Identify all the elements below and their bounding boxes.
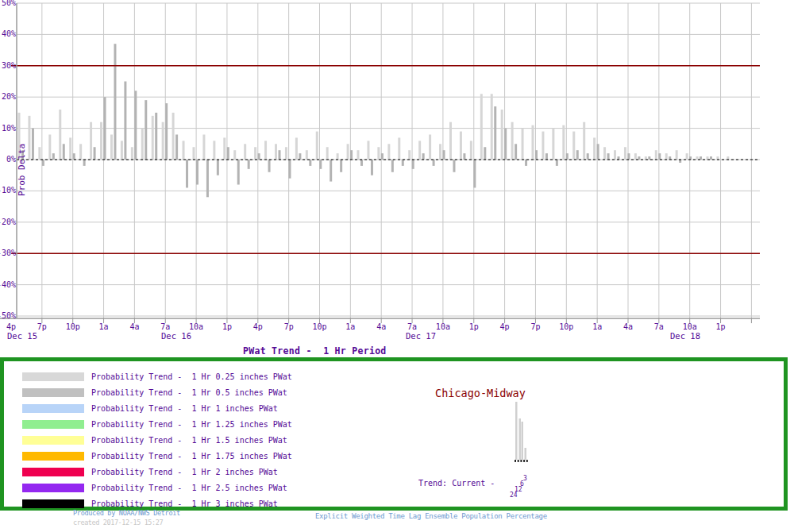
bar — [655, 150, 657, 160]
x-tick-label: 7a — [407, 322, 417, 331]
bar — [32, 129, 34, 160]
bar — [254, 147, 256, 160]
bar — [69, 137, 71, 160]
bar — [381, 153, 384, 160]
bar — [576, 150, 579, 160]
legend-item: Probability Trend - 1 Hr 0.5 inches PWat — [4, 384, 784, 400]
legend-item-label: Probability Trend - 1 Hr 1 inches PWat — [91, 404, 278, 413]
bar — [162, 122, 164, 160]
bar — [686, 153, 688, 160]
x-tick-label: 7a — [654, 322, 664, 331]
bar — [196, 160, 198, 185]
legend-item: Probability Trend - 1 Hr 1.75 inches PWa… — [4, 448, 784, 464]
x-tick-label: 1a — [345, 322, 355, 331]
y-tick-label: 30% — [2, 61, 16, 70]
legend-item-label: Probability Trend - 1 Hr 1.75 inches PWa… — [91, 452, 292, 461]
bar — [165, 103, 168, 160]
bar — [494, 106, 496, 160]
trend-period-24: 24 — [510, 492, 518, 499]
bar — [515, 144, 517, 160]
x-tick-label: 1p — [716, 322, 726, 331]
legend-item: Probability Trend - 1 Hr 0.25 inches PWa… — [4, 361, 784, 384]
y-tick-label: 0% — [6, 155, 16, 164]
bar — [172, 113, 175, 160]
bar — [665, 153, 668, 160]
bar — [535, 150, 538, 160]
bar — [676, 150, 678, 160]
bar — [258, 153, 260, 160]
station-name: Chicago-Midway — [435, 387, 526, 399]
y-tick-label: 40% — [2, 29, 16, 38]
bar — [131, 147, 133, 160]
legend-item-label: Probability Trend - 1 Hr 1.25 inches PWa… — [91, 420, 292, 429]
legend-item-label: Probability Trend - 1 Hr 0.25 inches PWa… — [91, 372, 292, 381]
legend-swatch — [22, 404, 84, 413]
y-axis-label: Prob Delta — [17, 144, 27, 196]
bar — [347, 144, 349, 160]
bar — [433, 160, 435, 166]
bar — [422, 153, 425, 160]
x-tick-label: 1p — [222, 322, 232, 331]
legend-swatch — [22, 436, 84, 445]
legend-item-label: Probability Trend - 1 Hr 1.5 inches PWat — [91, 436, 287, 445]
x-tick-label: 4p — [6, 322, 16, 331]
y-tick-label: -20% — [0, 218, 16, 226]
bar — [134, 91, 137, 160]
bar — [556, 160, 558, 166]
bar — [100, 122, 102, 160]
bar — [525, 160, 527, 166]
bar — [340, 160, 342, 172]
y-tick-label: -40% — [0, 280, 16, 289]
bar — [42, 160, 44, 166]
bar — [285, 147, 287, 160]
y-tick-label: 10% — [2, 124, 16, 133]
bar — [227, 147, 229, 160]
bar — [597, 144, 599, 160]
bar — [504, 129, 507, 160]
bar — [38, 147, 40, 160]
bar — [73, 153, 75, 160]
legend-swatch — [22, 499, 84, 508]
bar — [463, 153, 465, 160]
legend-swatch — [22, 388, 84, 397]
bar — [79, 144, 82, 160]
x-tick-label: 10p — [559, 322, 573, 331]
legend-item: Probability Trend - 1 Hr 1.25 inches PWa… — [4, 416, 784, 432]
bar — [186, 160, 188, 187]
x-tick-label: 7p — [37, 322, 47, 331]
x-tick-label: 1p — [469, 322, 479, 331]
bar — [545, 153, 548, 160]
x-tick-label: 4a — [376, 322, 386, 331]
bar — [94, 147, 96, 160]
bar — [202, 134, 205, 160]
chart-title: PWat Trend - 1 Hr Period — [243, 345, 387, 357]
legend-item: Probability Trend - 1 Hr 1.5 inches PWat — [4, 432, 784, 448]
x-date-label: Dec 15 — [7, 331, 37, 341]
bar — [491, 94, 493, 160]
bar — [480, 94, 483, 160]
bar — [658, 153, 661, 160]
bar — [337, 153, 339, 160]
bar — [326, 147, 329, 160]
bar — [593, 137, 596, 160]
bar — [408, 150, 410, 160]
bar — [83, 160, 86, 166]
bar — [63, 144, 65, 160]
legend-box: Probability Trend - 1 Hr 0.25 inches PWa… — [0, 357, 788, 511]
bar — [152, 116, 154, 160]
bar — [367, 141, 369, 160]
x-tick-label: 4p — [500, 322, 510, 331]
bar — [484, 147, 486, 160]
bar — [288, 160, 291, 179]
x-tick-label: 4p — [253, 322, 263, 331]
legend-item-label: Probability Trend - 1 Hr 2 inches PWat — [91, 468, 278, 476]
bar — [710, 156, 712, 160]
bar — [141, 129, 144, 160]
x-tick-label: 1a — [592, 322, 602, 331]
x-tick-label: 4a — [623, 322, 633, 331]
bar — [330, 160, 332, 182]
bar — [402, 160, 404, 166]
bar — [371, 160, 373, 175]
bar — [295, 137, 298, 160]
bar — [213, 141, 215, 160]
